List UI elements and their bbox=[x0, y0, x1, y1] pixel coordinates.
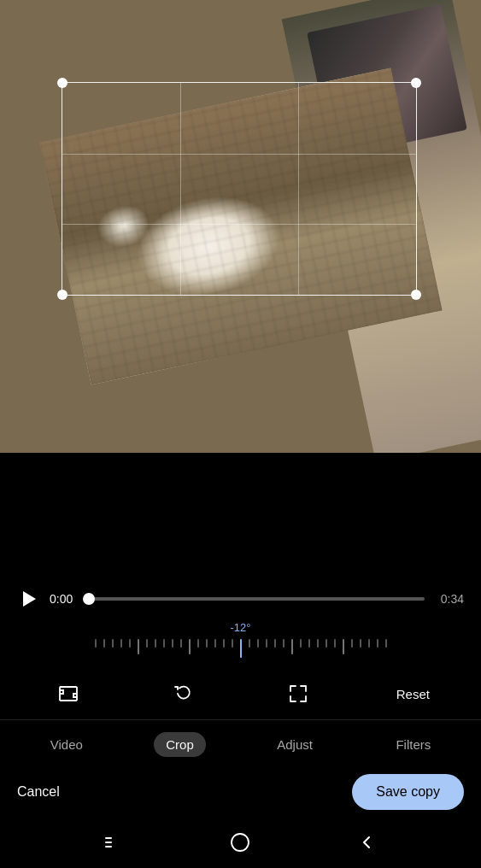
tab-adjust[interactable]: Adjust bbox=[265, 732, 325, 757]
crop-grid bbox=[62, 83, 416, 295]
aspect-ratio-icon bbox=[57, 683, 79, 705]
svg-point-4 bbox=[232, 834, 249, 851]
recent-apps-button[interactable] bbox=[103, 830, 126, 854]
rotation-value: -12° bbox=[231, 621, 251, 634]
current-time: 0:00 bbox=[50, 592, 80, 606]
reset-button[interactable]: Reset bbox=[396, 687, 430, 701]
timeline-track[interactable] bbox=[89, 597, 425, 601]
tab-video[interactable]: Video bbox=[38, 732, 95, 757]
back-icon bbox=[358, 834, 375, 851]
handle-top-left[interactable] bbox=[57, 78, 67, 88]
action-row: Cancel Save copy bbox=[0, 765, 481, 822]
rotation-section: -12° bbox=[0, 618, 481, 668]
handle-bottom-right[interactable] bbox=[411, 290, 421, 300]
home-icon bbox=[230, 832, 250, 853]
handle-top-right[interactable] bbox=[411, 78, 421, 88]
aspect-ratio-button[interactable] bbox=[51, 677, 85, 711]
rotate-button[interactable] bbox=[167, 677, 201, 711]
bottom-panel: 0:00 0:34 -12° bbox=[0, 575, 481, 868]
tools-row: Reset bbox=[0, 668, 481, 720]
back-button[interactable] bbox=[355, 830, 378, 854]
handle-bottom-left[interactable] bbox=[57, 290, 67, 300]
expand-icon bbox=[287, 683, 309, 705]
video-controls: 0:00 0:34 bbox=[0, 575, 481, 618]
cancel-button[interactable]: Cancel bbox=[17, 784, 60, 800]
save-copy-button[interactable]: Save copy bbox=[352, 774, 464, 810]
play-button[interactable] bbox=[17, 587, 41, 611]
tab-crop[interactable]: Crop bbox=[154, 732, 206, 757]
recent-apps-icon bbox=[105, 835, 124, 850]
tab-row: Video Crop Adjust Filters bbox=[0, 720, 481, 765]
end-time: 0:34 bbox=[433, 592, 464, 606]
play-icon bbox=[23, 591, 36, 607]
image-area bbox=[0, 0, 481, 453]
home-button[interactable] bbox=[228, 830, 252, 854]
expand-button[interactable] bbox=[281, 677, 315, 711]
timeline-thumb[interactable] bbox=[83, 593, 95, 605]
rotation-ruler[interactable] bbox=[17, 639, 464, 663]
rotate-icon bbox=[173, 683, 195, 705]
crop-box[interactable] bbox=[62, 82, 417, 296]
tab-filters[interactable]: Filters bbox=[384, 732, 443, 757]
system-nav-bar bbox=[0, 822, 481, 868]
